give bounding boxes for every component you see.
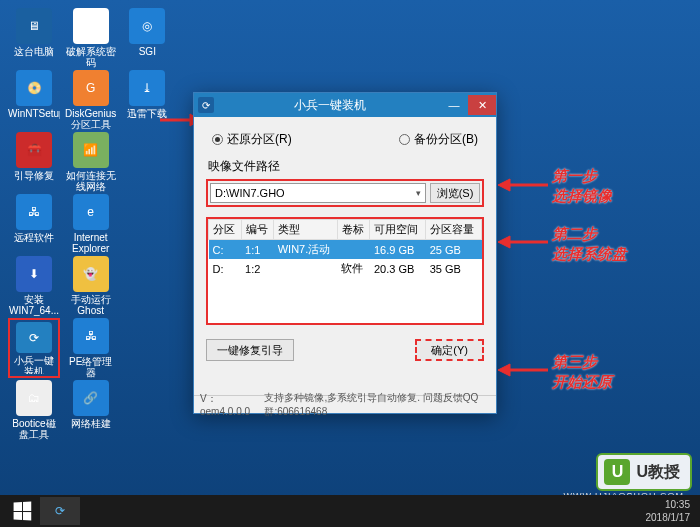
- desktop-icon-14[interactable]: ◎SGI: [121, 8, 173, 68]
- watermark-logo-icon: U: [604, 459, 630, 485]
- radio-unselected-icon: [399, 134, 410, 145]
- desktop-icon-glyph: 🖧: [73, 318, 109, 354]
- chevron-down-icon[interactable]: ▾: [416, 188, 421, 198]
- restore-partition-radio[interactable]: 还原分区(R): [212, 131, 292, 148]
- cell-free: 16.9 GB: [370, 240, 426, 260]
- desktop-icon-glyph: ⟳: [16, 322, 52, 353]
- taskbar: ⟳ 10:35 2018/1/17: [0, 495, 700, 527]
- start-button[interactable]: [4, 497, 40, 525]
- step1-sub: 选择镜像: [552, 186, 612, 206]
- close-button[interactable]: ✕: [468, 95, 496, 115]
- image-path-label: 映像文件路径: [208, 158, 484, 175]
- column-header[interactable]: 分区: [209, 220, 242, 240]
- desktop-icon-13[interactable]: 🔗网络桂建: [65, 380, 117, 440]
- desktop-icons: 🖥这台电脑📀WinNTSetup🧰引导修复🖧远程软件⬇安装WIN7_64...⟳…: [8, 8, 178, 488]
- desktop-icon-10[interactable]: eInternet Explorer: [65, 194, 117, 254]
- app-icon: ⟳: [198, 97, 214, 113]
- callout-step1: 第一步 选择镜像: [552, 166, 612, 206]
- desktop-icon-5[interactable]: ⟳小兵一键装机: [8, 318, 60, 378]
- column-header[interactable]: 可用空间: [370, 220, 426, 240]
- cell-free: 20.3 GB: [370, 259, 426, 278]
- cell-total: 35 GB: [426, 259, 482, 278]
- arrow-step1: [498, 175, 548, 195]
- partition-row[interactable]: D:1:2软件20.3 GB35 GB: [209, 259, 482, 278]
- svg-marker-3: [498, 179, 510, 191]
- desktop-icon-label: 手动运行Ghost: [65, 294, 117, 316]
- desktop-icon-3[interactable]: 🖧远程软件: [8, 194, 60, 254]
- desktop-icon-6[interactable]: 🗂Bootice磁盘工具: [8, 380, 60, 440]
- step3-title: 第三步: [552, 352, 612, 372]
- cell-vol: 软件: [337, 259, 370, 278]
- desktop-icon-label: PE络管理器: [65, 356, 117, 378]
- cell-idx: 1:2: [241, 259, 274, 278]
- desktop-icon-label: 引导修复: [14, 170, 54, 181]
- cell-type: [274, 259, 338, 278]
- callout-step3: 第三步 开始还原: [552, 352, 612, 392]
- cell-total: 25 GB: [426, 240, 482, 260]
- column-header[interactable]: 类型: [274, 220, 338, 240]
- column-header[interactable]: 卷标: [337, 220, 370, 240]
- desktop-icon-glyph: ◎: [129, 8, 165, 44]
- step3-sub: 开始还原: [552, 372, 612, 392]
- image-path-input[interactable]: D:\WIN7.GHO ▾: [210, 183, 426, 203]
- browse-button[interactable]: 浏览(S): [430, 183, 480, 203]
- ok-button[interactable]: 确定(Y): [415, 339, 484, 361]
- column-header[interactable]: 分区容量: [426, 220, 482, 240]
- partition-table: 分区编号类型卷标可用空间分区容量 C:1:1WIN7.活动16.9 GB25 G…: [206, 217, 484, 325]
- window-title: 小兵一键装机: [220, 97, 440, 114]
- desktop-icon-glyph: 📶: [73, 132, 109, 168]
- desktop-icon-11[interactable]: 👻手动运行Ghost: [65, 256, 117, 316]
- partition-row[interactable]: C:1:1WIN7.活动16.9 GB25 GB: [209, 240, 482, 260]
- desktop-icon-12[interactable]: 🖧PE络管理器: [65, 318, 117, 378]
- radio-selected-icon: [212, 134, 223, 145]
- desktop-icon-8[interactable]: GDiskGenius分区工具: [65, 70, 117, 130]
- desktop-icon-7[interactable]: N破解系统密码: [65, 8, 117, 68]
- restore-label: 还原分区(R): [227, 131, 292, 148]
- desktop-icon-glyph: e: [73, 194, 109, 230]
- desktop-icon-label: 远程软件: [14, 232, 54, 243]
- taskbar-app-installer[interactable]: ⟳: [40, 497, 80, 525]
- cell-part: C:: [209, 240, 242, 260]
- desktop-icon-label: 如何连接无线网络: [65, 170, 117, 192]
- titlebar: ⟳ 小兵一键装机 — ✕: [194, 93, 496, 117]
- step1-title: 第一步: [552, 166, 612, 186]
- desktop-icon-9[interactable]: 📶如何连接无线网络: [65, 132, 117, 192]
- desktop-icon-glyph: 🔗: [73, 380, 109, 416]
- desktop-icon-label: 小兵一键装机: [12, 355, 56, 374]
- cell-type: WIN7.活动: [274, 240, 338, 260]
- desktop-icon-label: WinNTSetup: [8, 108, 60, 119]
- clock-date: 2018/1/17: [646, 511, 691, 524]
- desktop-icon-label: SGI: [139, 46, 156, 57]
- desktop-icon-label: 这台电脑: [14, 46, 54, 57]
- desktop-icon-glyph: G: [73, 70, 109, 106]
- taskbar-clock[interactable]: 10:35 2018/1/17: [646, 498, 697, 524]
- desktop-icon-1[interactable]: 📀WinNTSetup: [8, 70, 60, 130]
- desktop-icon-0[interactable]: 🖥这台电脑: [8, 8, 60, 68]
- desktop-icon-glyph: 🖥: [16, 8, 52, 44]
- image-path-value: D:\WIN7.GHO: [215, 187, 285, 199]
- desktop-icon-label: 安装WIN7_64...: [8, 294, 60, 316]
- cell-part: D:: [209, 259, 242, 278]
- desktop-icon-2[interactable]: 🧰引导修复: [8, 132, 60, 192]
- cell-vol: [337, 240, 370, 260]
- desktop-icon-glyph: 👻: [73, 256, 109, 292]
- desktop-icon-glyph: 🧰: [16, 132, 52, 168]
- desktop-icon-glyph: ⬇: [16, 256, 52, 292]
- desktop-icon-4[interactable]: ⬇安装WIN7_64...: [8, 256, 60, 316]
- desktop-icon-glyph: 📀: [16, 70, 52, 106]
- backup-partition-radio[interactable]: 备份分区(B): [399, 131, 478, 148]
- minimize-button[interactable]: —: [440, 95, 468, 115]
- step2-title: 第二步: [552, 224, 627, 244]
- windows-logo-icon: [14, 502, 32, 521]
- repair-boot-button[interactable]: 一键修复引导: [206, 339, 294, 361]
- callout-step2: 第二步 选择系统盘: [552, 224, 627, 264]
- clock-time: 10:35: [646, 498, 691, 511]
- svg-marker-5: [498, 236, 510, 248]
- desktop-icon-label: DiskGenius分区工具: [65, 108, 117, 130]
- status-text: 支持多种镜像,多系统引导自动修复. 问题反馈QQ群:606616468: [264, 391, 490, 419]
- desktop-icon-label: Internet Explorer: [65, 232, 117, 254]
- desktop-icon-glyph: 🖧: [16, 194, 52, 230]
- column-header[interactable]: 编号: [241, 220, 274, 240]
- version-text: V：oem4.0.0.0: [200, 392, 254, 417]
- desktop-icon-glyph: 🗂: [16, 380, 52, 416]
